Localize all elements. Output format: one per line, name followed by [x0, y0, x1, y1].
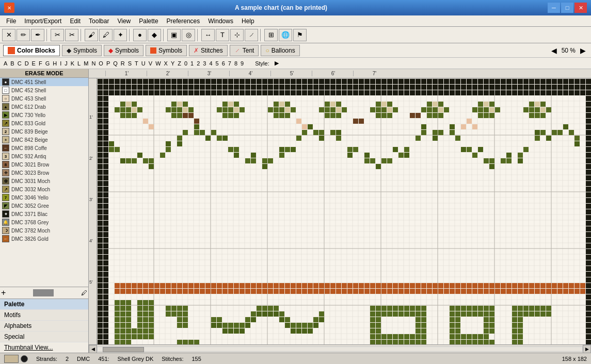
alpha-6[interactable]: 6 — [220, 60, 227, 67]
palette-item-6[interactable]: 2DMC 839 Beige — [0, 127, 88, 136]
palette-item-12[interactable]: ✿DMC 3031 Moch — [0, 177, 88, 185]
tool-grid[interactable]: ⊞ — [264, 29, 278, 41]
sidebar-nav-special[interactable]: Special — [0, 332, 88, 342]
alpha-B[interactable]: B — [9, 60, 15, 67]
menu-item-toolbar[interactable]: Toolbar — [85, 16, 113, 26]
palette-item-11[interactable]: ✛DMC 3023 Brow — [0, 169, 88, 177]
palette-item-1[interactable]: □DMC 452 Shell — [0, 86, 88, 94]
tool-brush[interactable]: 🖌 — [85, 29, 98, 41]
palette-item-10[interactable]: 8DMC 3021 Brow — [0, 160, 88, 169]
delete-color-button[interactable]: 🖊 — [81, 289, 87, 296]
alpha-W[interactable]: W — [154, 60, 162, 67]
alpha-2[interactable]: 2 — [195, 60, 201, 67]
alpha-G[interactable]: G — [44, 60, 52, 67]
alpha-E[interactable]: E — [30, 60, 37, 67]
menu-item-help[interactable]: Help — [237, 16, 259, 26]
alpha-Y[interactable]: Y — [169, 60, 176, 67]
alpha-A[interactable]: A — [2, 60, 9, 67]
alpha-Q[interactable]: Q — [111, 60, 119, 67]
mode-symbols1[interactable]: ◆ Symbols — [62, 45, 102, 56]
mode-symbols3[interactable]: Symbols — [146, 45, 187, 56]
menu-item-windows[interactable]: Windows — [204, 16, 237, 26]
sidebar-nav-alphabets[interactable]: Alphabets — [0, 321, 88, 332]
palette-item-14[interactable]: 7DMC 3046 Yello — [0, 193, 88, 202]
style-icon[interactable]: ▶ — [273, 59, 280, 67]
alpha-O[interactable]: O — [97, 60, 105, 67]
alpha-U[interactable]: U — [140, 60, 147, 67]
scroll-thumb[interactable] — [103, 347, 144, 352]
alpha-0[interactable]: 0 — [183, 60, 189, 67]
alpha-7[interactable]: 7 — [227, 60, 233, 67]
add-color-button[interactable]: + — [1, 288, 6, 297]
maximize-button[interactable]: □ — [561, 3, 573, 13]
menu-item-preferences[interactable]: Preferences — [163, 16, 204, 26]
palette-item-19[interactable]: ←DMC 3826 Gold — [0, 235, 88, 243]
tool-wand[interactable]: ⟋ — [245, 29, 258, 41]
tool-ellipse[interactable]: ◎ — [182, 29, 195, 41]
zoom-prev[interactable]: ◀ — [549, 45, 560, 56]
tool-select[interactable]: ⊹ — [230, 29, 244, 41]
palette-item-17[interactable]: 🔔DMC 3768 Grey — [0, 218, 88, 226]
alpha-R[interactable]: R — [119, 60, 126, 67]
alpha-S[interactable]: S — [126, 60, 133, 67]
menu-item-view[interactable]: View — [113, 16, 135, 26]
palette-item-8[interactable]: ←DMC 898 Coffe — [0, 144, 88, 152]
alpha-1[interactable]: 1 — [189, 60, 195, 67]
palette-item-7[interactable]: +DMC 842 Beige — [0, 136, 88, 144]
tool-flag[interactable]: ⚑ — [293, 29, 307, 41]
tool-circle[interactable]: ● — [133, 29, 147, 41]
menu-item-edit[interactable]: Edit — [66, 16, 85, 26]
palette-item-3[interactable]: ▲DMC 612 Drab — [0, 103, 88, 111]
alpha-K[interactable]: K — [69, 60, 76, 67]
alpha-8[interactable]: 8 — [233, 60, 239, 67]
close-button[interactable]: ✕ — [574, 3, 587, 13]
alpha-T[interactable]: T — [133, 60, 140, 67]
palette-item-5[interactable]: ↗DMC 833 Gold — [0, 119, 88, 127]
alpha-F[interactable]: F — [37, 60, 44, 67]
alpha-N[interactable]: N — [90, 60, 97, 67]
alpha-V[interactable]: V — [147, 60, 154, 67]
mode-symbols2[interactable]: ◆ Symbols — [104, 45, 143, 56]
tool-pencil[interactable]: ✏ — [17, 29, 30, 41]
palette-item-2[interactable]: ○DMC 453 Shell — [0, 94, 88, 103]
tool-pencil2[interactable]: ✒ — [31, 29, 44, 41]
palette-item-0[interactable]: ●DMC 451 Shell — [0, 78, 88, 86]
tool-x[interactable]: ✕ — [2, 29, 15, 41]
tool-cut2[interactable]: ✂ — [65, 29, 78, 41]
alpha-4[interactable]: 4 — [207, 60, 214, 67]
sidebar-nav-motifs[interactable]: Motifs — [0, 310, 88, 321]
mode-stitches[interactable]: ✗ Stitches — [189, 45, 228, 56]
alpha-M[interactable]: M — [82, 60, 90, 67]
scroll-right-button[interactable]: ▶ — [583, 345, 591, 353]
alpha-3[interactable]: 3 — [201, 60, 207, 67]
alpha-I[interactable]: I — [58, 60, 63, 67]
tool-rect[interactable]: ▣ — [167, 29, 181, 41]
thumbnail-view-link[interactable]: Thumbnail View... — [0, 342, 88, 353]
alpha-X[interactable]: X — [163, 60, 169, 67]
palette-item-4[interactable]: ▶DMC 730 Yello — [0, 111, 88, 119]
tool-type[interactable]: T — [216, 29, 229, 41]
alpha-J[interactable]: J — [63, 60, 69, 67]
palette-item-15[interactable]: ◤DMC 3052 Gree — [0, 202, 88, 210]
palette-item-16[interactable]: ✦DMC 3371 Blac — [0, 210, 88, 218]
mode-tent[interactable]: ⟋ Tent — [230, 45, 259, 56]
alpha-C[interactable]: C — [16, 60, 23, 67]
menu-item-palette[interactable]: Palette — [135, 16, 162, 26]
palette-item-18[interactable]: ☽DMC 3782 Moch — [0, 226, 88, 235]
menu-item-import-export[interactable]: Import/Export — [20, 16, 66, 26]
palette-item-9[interactable]: 3DMC 932 Antiq — [0, 152, 88, 160]
chart-canvas[interactable] — [97, 78, 591, 344]
mode-color-blocks[interactable]: Color Blocks — [3, 45, 60, 56]
tool-globe[interactable]: 🌐 — [279, 29, 292, 41]
palette-item-13[interactable]: ↗DMC 3032 Moch — [0, 185, 88, 193]
minimize-button[interactable]: ─ — [548, 3, 560, 13]
alpha-H[interactable]: H — [51, 60, 58, 67]
alpha-5[interactable]: 5 — [214, 60, 220, 67]
alpha-Z[interactable]: Z — [176, 60, 183, 67]
chart-viewport[interactable] — [97, 78, 591, 344]
alpha-9[interactable]: 9 — [239, 60, 245, 67]
tool-move[interactable]: ↔ — [201, 29, 215, 41]
alpha-L[interactable]: L — [76, 60, 82, 67]
scroll-track[interactable] — [97, 346, 583, 352]
menu-item-file[interactable]: File — [2, 16, 20, 26]
